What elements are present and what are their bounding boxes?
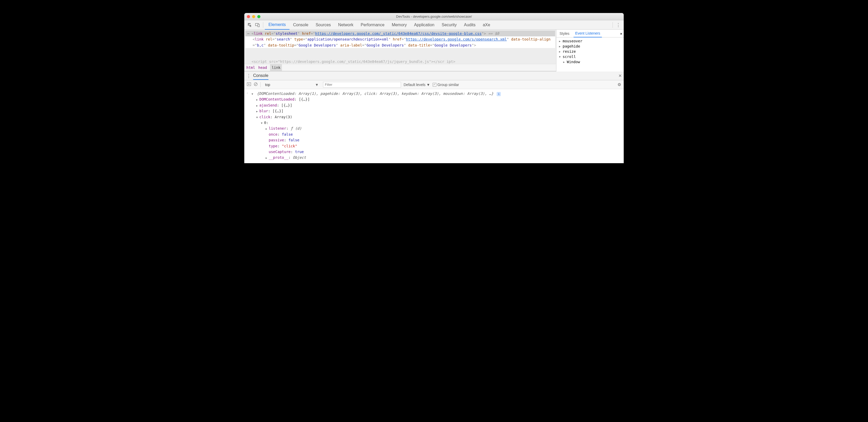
listener-scroll-window[interactable]: ▶Window bbox=[556, 59, 624, 64]
listener-resize[interactable]: ▶resize bbox=[556, 49, 624, 54]
chevron-right-icon: ▶ bbox=[563, 61, 566, 63]
crumb-head[interactable]: head bbox=[258, 65, 267, 70]
chevron-down-icon: ▼ bbox=[315, 83, 319, 87]
chevron-down-icon: ▼ bbox=[427, 83, 430, 87]
chevron-right-icon: ▶ bbox=[256, 109, 259, 113]
group-similar-toggle[interactable]: ✓ Group similar bbox=[433, 83, 459, 87]
tab-network[interactable]: Network bbox=[335, 20, 357, 30]
chevron-right-icon: ▶ bbox=[266, 127, 269, 131]
crumb-link[interactable]: link bbox=[270, 64, 282, 71]
object-property[interactable]: ▶__proto__: Object bbox=[252, 155, 622, 160]
console-menu-icon[interactable]: ⋮ bbox=[246, 73, 251, 79]
info-icon[interactable]: i bbox=[497, 92, 501, 96]
object-property[interactable]: ▼click: Array(3) bbox=[252, 114, 622, 120]
chevron-down-icon: ▼ bbox=[261, 121, 264, 125]
dom-node[interactable]: <link rel="search" type="application/ope… bbox=[245, 36, 555, 48]
device-toolbar-icon[interactable] bbox=[254, 23, 261, 27]
execution-context-icon[interactable] bbox=[247, 82, 251, 87]
tab-application[interactable]: Application bbox=[410, 20, 438, 30]
panel-tabs: Elements Console Sources Network Perform… bbox=[265, 20, 494, 30]
tab-audits[interactable]: Audits bbox=[460, 20, 479, 30]
close-window-button[interactable] bbox=[247, 15, 250, 18]
event-listeners-list: ▶mouseover ▶pagehide ▶resize ▼scroll ▶Wi… bbox=[556, 37, 624, 65]
href-link[interactable]: https://developers.google.com/_static/64… bbox=[315, 31, 482, 36]
object-property[interactable]: useCapture: true bbox=[252, 149, 622, 155]
close-drawer-icon[interactable]: × bbox=[619, 73, 622, 79]
dom-node-truncated: <script src="https://developers.google.c… bbox=[252, 59, 555, 64]
inspect-element-icon[interactable] bbox=[246, 23, 254, 27]
chevron-down-icon: ▼ bbox=[559, 55, 562, 58]
sidebar-more-icon[interactable]: » bbox=[620, 31, 622, 36]
checkbox-icon: ✓ bbox=[433, 83, 436, 87]
sidebar-tabs: Styles Event Listeners » bbox=[556, 30, 624, 37]
console-drawer-header: ⋮ Console × bbox=[244, 71, 624, 80]
dom-selected-node[interactable]: ⋯ <link rel="stylesheet" href="https://d… bbox=[245, 31, 555, 36]
clear-console-icon[interactable] bbox=[254, 82, 258, 87]
message-source-icon: ‹ bbox=[246, 91, 252, 96]
sidebar-tab-event-listeners[interactable]: Event Listeners bbox=[574, 30, 602, 37]
chevron-right-icon: ▶ bbox=[559, 40, 562, 43]
object-property[interactable]: ▶ajaxSend: [{…}] bbox=[252, 102, 622, 108]
tab-sources[interactable]: Sources bbox=[312, 20, 335, 30]
object-property[interactable]: type: "click" bbox=[252, 143, 622, 149]
window-controls bbox=[247, 15, 260, 18]
dom-tree[interactable]: ⋯ <link rel="stylesheet" href="https://d… bbox=[244, 30, 556, 71]
tab-axe[interactable]: aXe bbox=[479, 20, 494, 30]
tab-console[interactable]: Console bbox=[289, 20, 312, 30]
object-property[interactable]: ▶listener: ƒ (d) bbox=[252, 126, 622, 131]
expand-hidden-icon[interactable]: ⋯ bbox=[245, 31, 252, 36]
chevron-right-icon: ▶ bbox=[559, 50, 562, 53]
elements-panel: ⋯ <link rel="stylesheet" href="https://d… bbox=[244, 30, 624, 71]
minimize-window-button[interactable] bbox=[252, 15, 255, 18]
href-link[interactable]: https://developers.google.com/s/opensear… bbox=[406, 37, 507, 41]
listener-mouseover[interactable]: ▶mouseover bbox=[556, 38, 624, 44]
object-property[interactable]: ▼0: bbox=[252, 120, 622, 126]
titlebar: DevTools - developers.google.com/web/sho… bbox=[244, 13, 624, 20]
listener-pagehide[interactable]: ▶pagehide bbox=[556, 44, 624, 49]
object-property[interactable]: ▶DOMContentLoaded: [{…}] bbox=[252, 96, 622, 102]
console-tab[interactable]: Console bbox=[253, 72, 269, 80]
tab-security[interactable]: Security bbox=[438, 20, 460, 30]
svg-line-4 bbox=[255, 83, 257, 85]
listener-scroll[interactable]: ▼scroll bbox=[556, 54, 624, 59]
tab-elements[interactable]: Elements bbox=[265, 20, 289, 30]
chevron-right-icon: ▶ bbox=[256, 104, 259, 108]
sidebar-tab-styles[interactable]: Styles bbox=[558, 30, 571, 37]
elements-sidebar: Styles Event Listeners » ▶mouseover ▶pag… bbox=[556, 30, 624, 71]
devtools-window: DevTools - developers.google.com/web/sho… bbox=[244, 13, 624, 163]
toolbar-separator bbox=[613, 22, 613, 28]
window-title: DevTools - developers.google.com/web/sho… bbox=[244, 14, 624, 19]
console-output[interactable]: ‹ ▼ {DOMContentLoaded: Array(1), pagehid… bbox=[244, 89, 624, 163]
console-controls: top ▼ Default levels ▼ ✓ Group similar ⚙ bbox=[244, 80, 624, 89]
object-property[interactable]: ▶blur: [{…}] bbox=[252, 108, 622, 114]
console-settings-icon[interactable]: ⚙ bbox=[618, 82, 621, 87]
chevron-right-icon: ▶ bbox=[559, 45, 562, 48]
main-toolbar: Elements Console Sources Network Perform… bbox=[244, 20, 624, 30]
crumb-html[interactable]: html bbox=[246, 65, 255, 70]
svg-rect-1 bbox=[258, 24, 259, 27]
log-levels-selector[interactable]: Default levels ▼ bbox=[404, 83, 430, 87]
more-options-icon[interactable]: ⋮ bbox=[614, 22, 622, 28]
object-summary[interactable]: ▼ {DOMContentLoaded: Array(1), pagehide:… bbox=[252, 91, 622, 96]
context-selector[interactable]: top ▼ bbox=[263, 82, 320, 88]
chevron-down-icon: ▼ bbox=[252, 92, 255, 96]
breadcrumb: html head link bbox=[244, 64, 556, 71]
chevron-right-icon: ▶ bbox=[256, 98, 259, 102]
zoom-window-button[interactable] bbox=[257, 15, 260, 18]
selected-marker: == $0 bbox=[488, 31, 499, 36]
object-property[interactable]: once: false bbox=[252, 131, 622, 137]
object-property[interactable]: passive: false bbox=[252, 137, 622, 143]
tab-memory[interactable]: Memory bbox=[388, 20, 410, 30]
chevron-right-icon: ▶ bbox=[266, 156, 269, 160]
filter-input[interactable] bbox=[323, 82, 401, 88]
chevron-down-icon: ▼ bbox=[256, 116, 259, 120]
tab-performance[interactable]: Performance bbox=[357, 20, 388, 30]
